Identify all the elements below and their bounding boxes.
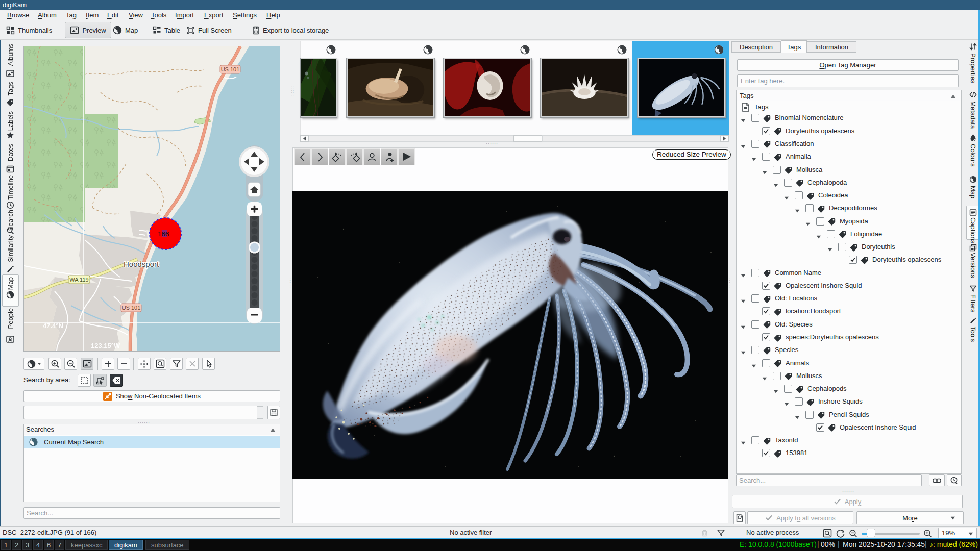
svg-text:123.15°W: 123.15°W	[91, 342, 120, 349]
svg-text:WA 119: WA 119	[69, 277, 88, 283]
svg-text:US 101: US 101	[122, 305, 141, 311]
svg-text:47.4°N: 47.4°N	[43, 322, 63, 330]
svg-text:Hoodsport: Hoodsport	[124, 260, 159, 268]
svg-text:166: 166	[158, 230, 169, 238]
svg-text:US 101: US 101	[221, 66, 240, 72]
